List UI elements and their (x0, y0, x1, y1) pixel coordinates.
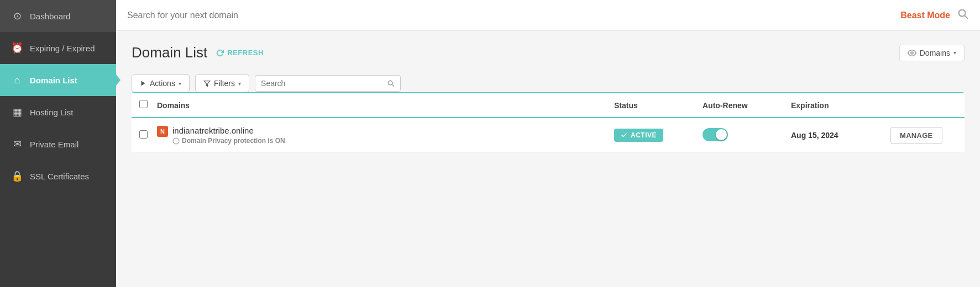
title-area: Domain List REFRESH (132, 44, 264, 61)
svg-line-6 (392, 84, 394, 86)
sidebar-item-label: Dashboard (30, 12, 70, 21)
column-status: Status (614, 101, 703, 110)
sidebar-item-label: Expiring / Expired (30, 44, 95, 53)
chevron-down-icon: ▾ (953, 50, 956, 56)
sidebar-item-dashboard[interactable]: ⊙ Dashboard (0, 0, 116, 32)
clock-icon: ⏰ (11, 42, 23, 54)
filters-button[interactable]: Filters ▾ (195, 75, 249, 92)
main-content: Beast Mode Domain List REFRESH (116, 0, 980, 287)
domain-brand-icon: N (157, 126, 168, 137)
page-title: Domain List (132, 44, 207, 61)
domain-search-input[interactable] (127, 10, 625, 20)
expiration-date: Aug 15, 2024 (791, 131, 838, 140)
column-expiration: Expiration (791, 101, 890, 110)
status-label: ACTIVE (631, 131, 657, 139)
select-all-col (139, 100, 157, 110)
table-search-input[interactable] (261, 79, 382, 88)
sidebar-item-domain-list[interactable]: ⌂ Domain List (0, 64, 116, 96)
search-button[interactable] (957, 8, 969, 23)
table-header: Domains Status Auto-Renew Expiration (132, 92, 965, 118)
top-bar-right: Beast Mode (900, 8, 969, 23)
domain-table: Domains Status Auto-Renew Expiration N i… (132, 92, 965, 153)
row-expiration-col: Aug 15, 2024 (791, 131, 890, 140)
auto-renew-toggle[interactable] (703, 128, 728, 141)
dashboard-icon: ⊙ (11, 10, 23, 22)
domains-dropdown[interactable]: Domains ▾ (899, 45, 965, 61)
sidebar-item-label: SSL Certificates (30, 172, 89, 181)
row-checkbox[interactable] (139, 130, 148, 139)
search-input-wrap (255, 75, 401, 92)
domain-name-content: indianatrektribe.online Domain Privacy p… (172, 126, 285, 145)
info-icon (172, 137, 180, 145)
refresh-button[interactable]: REFRESH (216, 49, 264, 57)
sidebar-item-label: Hosting List (30, 108, 73, 117)
email-icon: ✉ (11, 138, 23, 150)
beast-mode-button[interactable]: Beast Mode (900, 10, 950, 20)
actions-chevron-icon: ▾ (179, 81, 181, 87)
column-auto-renew: Auto-Renew (703, 101, 791, 110)
manage-button[interactable]: MANAGE (890, 127, 942, 144)
sidebar-item-ssl[interactable]: 🔒 SSL Certificates (0, 160, 116, 192)
server-icon: ▦ (11, 106, 23, 118)
sidebar-item-hosting-list[interactable]: ▦ Hosting List (0, 96, 116, 128)
sidebar-item-expiring[interactable]: ⏰ Expiring / Expired (0, 32, 116, 64)
lock-icon: 🔒 (11, 170, 23, 182)
top-bar: Beast Mode (116, 0, 980, 31)
refresh-label: REFRESH (227, 49, 264, 57)
row-status-col: ACTIVE (614, 129, 703, 142)
row-domain-col: N indianatrektribe.online Domain Privacy… (157, 126, 614, 145)
content-area: Domain List REFRESH Domains ▾ (116, 31, 980, 287)
row-check-col (139, 130, 157, 141)
domains-dropdown-label: Domains (920, 49, 950, 57)
select-all-checkbox[interactable] (139, 100, 148, 108)
row-autorenew-col (703, 128, 791, 143)
toggle-track[interactable] (703, 128, 728, 141)
actions-button[interactable]: Actions ▾ (132, 75, 190, 92)
domain-privacy-text: Domain Privacy protection is ON (172, 137, 285, 145)
status-badge: ACTIVE (614, 129, 663, 142)
filters-chevron-icon: ▾ (238, 81, 241, 87)
svg-marker-4 (204, 81, 210, 86)
domain-name-wrap: N indianatrektribe.online Domain Privacy… (157, 126, 614, 145)
actions-label: Actions (150, 79, 175, 88)
svg-point-2 (911, 52, 913, 54)
sidebar: ⊙ Dashboard ⏰ Expiring / Expired ⌂ Domai… (0, 0, 116, 287)
row-action-col: MANAGE (890, 127, 957, 144)
sidebar-item-label: Private Email (30, 140, 78, 149)
svg-marker-3 (142, 81, 145, 86)
check-icon (621, 132, 627, 139)
svg-line-1 (965, 15, 967, 18)
table-row: N indianatrektribe.online Domain Privacy… (132, 118, 965, 153)
filters-label: Filters (214, 79, 235, 88)
column-domains: Domains (157, 101, 614, 110)
home-icon: ⌂ (11, 74, 23, 86)
sidebar-item-label: Domain List (30, 76, 77, 85)
sidebar-item-private-email[interactable]: ✉ Private Email (0, 128, 116, 160)
domain-name[interactable]: indianatrektribe.online (172, 126, 285, 135)
toggle-knob (716, 129, 727, 140)
domain-list-header: Domain List REFRESH Domains ▾ (132, 44, 965, 61)
filter-bar: Actions ▾ Filters ▾ (132, 75, 965, 92)
